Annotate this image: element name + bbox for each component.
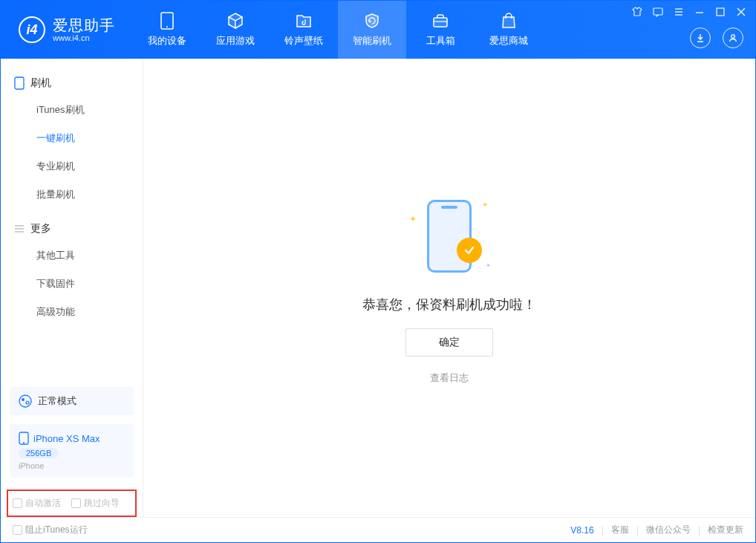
device-type: iPhone — [19, 461, 44, 470]
wechat-link[interactable]: 微信公众号 — [646, 524, 691, 536]
minimize-button[interactable] — [693, 5, 706, 19]
music-folder-icon — [295, 12, 313, 30]
sparkle-icon: ✦ — [409, 214, 417, 224]
download-button[interactable] — [690, 27, 711, 48]
header-actions — [690, 27, 743, 48]
device-icon — [19, 432, 29, 445]
tab-ringtone-wallpaper[interactable]: 铃声壁纸 — [270, 1, 338, 59]
tab-label: 智能刷机 — [353, 34, 391, 48]
window-controls — [630, 5, 748, 19]
device-card[interactable]: iPhone XS Max 256GB iPhone — [10, 424, 134, 478]
check-update-link[interactable]: 检查更新 — [708, 524, 743, 536]
checkbox-label: 阻止iTunes运行 — [25, 524, 88, 536]
checkbox-skip-guide[interactable]: 跳过向导 — [71, 497, 120, 510]
body: 刷机 iTunes刷机 一键刷机 专业刷机 批量刷机 更多 其他工具 下载固件 … — [1, 59, 755, 517]
support-link[interactable]: 客服 — [611, 524, 629, 536]
svg-rect-13 — [15, 77, 24, 89]
svg-point-1 — [166, 26, 168, 27]
sparkle-icon: ✦ — [486, 262, 491, 269]
main-tabs: 我的设备 应用游戏 铃声壁纸 智能刷机 工具箱 爱思商城 — [133, 1, 543, 59]
shirt-icon[interactable] — [630, 5, 644, 19]
svg-point-21 — [23, 442, 25, 443]
mode-label: 正常模式 — [38, 394, 76, 408]
tab-store[interactable]: 爱思商城 — [475, 1, 543, 59]
checkbox-label: 自动激活 — [25, 497, 61, 510]
phone-outline-icon — [14, 77, 25, 90]
tab-label: 爱思商城 — [489, 34, 528, 48]
checkbox-icon — [13, 498, 22, 508]
tab-label: 工具箱 — [426, 34, 455, 48]
app-name: 爱思助手 — [53, 17, 115, 33]
sidebar-item-batch-flash[interactable]: 批量刷机 — [1, 181, 143, 209]
tab-apps-games[interactable]: 应用游戏 — [201, 1, 270, 59]
ok-button[interactable]: 确定 — [405, 328, 493, 357]
sidebar-item-other-tools[interactable]: 其他工具 — [1, 241, 143, 270]
section-label: 刷机 — [30, 77, 51, 90]
sidebar: 刷机 iTunes刷机 一键刷机 专业刷机 批量刷机 更多 其他工具 下载固件 … — [1, 59, 143, 517]
main-content: ✦ ✦ ✦ 恭喜您，保资料刷机成功啦！ 确定 查看日志 — [143, 59, 755, 517]
svg-rect-9 — [717, 8, 724, 16]
success-check-icon — [457, 238, 482, 263]
mode-icon — [19, 394, 32, 408]
sidebar-item-download-firmware[interactable]: 下载固件 — [1, 270, 143, 298]
statusbar: 阻止iTunes运行 V8.16 | 客服 | 微信公众号 | 检查更新 — [1, 517, 755, 542]
app-logo: i4 爱思助手 www.i4.cn — [1, 16, 133, 43]
menu-icon[interactable] — [672, 5, 685, 19]
svg-point-19 — [26, 401, 29, 404]
tab-label: 铃声壁纸 — [284, 34, 323, 48]
mode-card[interactable]: 正常模式 — [10, 387, 134, 415]
checkbox-block-itunes[interactable]: 阻止iTunes运行 — [13, 524, 88, 536]
logo-icon: i4 — [19, 16, 45, 43]
tab-my-device[interactable]: 我的设备 — [133, 1, 201, 59]
tab-smart-flash[interactable]: 智能刷机 — [338, 1, 406, 59]
svg-rect-2 — [434, 18, 447, 27]
checkbox-auto-activate[interactable]: 自动激活 — [13, 497, 61, 510]
user-button[interactable] — [723, 27, 743, 48]
svg-point-17 — [19, 395, 31, 407]
tab-toolbox[interactable]: 工具箱 — [406, 1, 475, 59]
device-storage: 256GB — [19, 448, 59, 458]
sidebar-item-itunes-flash[interactable]: iTunes刷机 — [1, 96, 143, 124]
version-label: V8.16 — [570, 525, 593, 536]
checkbox-label: 跳过向导 — [84, 497, 120, 510]
toolbox-icon — [431, 12, 449, 30]
checkbox-icon — [71, 498, 81, 508]
checkbox-icon — [13, 525, 22, 535]
success-illustration: ✦ ✦ ✦ — [405, 192, 494, 281]
list-icon — [14, 224, 25, 234]
cube-icon — [227, 12, 244, 30]
sidebar-item-advanced[interactable]: 高级功能 — [1, 298, 143, 326]
sidebar-item-pro-flash[interactable]: 专业刷机 — [1, 152, 143, 181]
sidebar-section-flash: 刷机 — [1, 71, 143, 96]
shopping-bag-icon — [500, 12, 518, 30]
highlighted-options: 自动激活 跳过向导 — [7, 490, 137, 517]
success-message: 恭喜您，保资料刷机成功啦！ — [362, 296, 536, 313]
app-url: www.i4.cn — [53, 33, 115, 42]
titlebar: i4 爱思助手 www.i4.cn 我的设备 应用游戏 铃声壁纸 智能刷机 — [1, 1, 755, 59]
sparkle-icon: ✦ — [482, 201, 488, 209]
svg-point-12 — [731, 35, 735, 39]
svg-rect-4 — [654, 8, 662, 15]
sidebar-item-oneclick-flash[interactable]: 一键刷机 — [1, 124, 143, 152]
tab-label: 我的设备 — [148, 34, 186, 48]
close-button[interactable] — [734, 5, 748, 19]
svg-point-18 — [22, 398, 25, 401]
view-log-link[interactable]: 查看日志 — [430, 371, 469, 385]
refresh-shield-icon — [363, 12, 381, 30]
sidebar-section-more: 更多 — [1, 216, 143, 241]
device-name: iPhone XS Max — [33, 433, 100, 444]
maximize-button[interactable] — [714, 5, 727, 19]
phone-icon — [158, 12, 176, 30]
section-label: 更多 — [30, 222, 51, 235]
tab-label: 应用游戏 — [216, 34, 255, 48]
feedback-icon[interactable] — [651, 5, 665, 19]
app-window: i4 爱思助手 www.i4.cn 我的设备 应用游戏 铃声壁纸 智能刷机 — [0, 0, 756, 543]
